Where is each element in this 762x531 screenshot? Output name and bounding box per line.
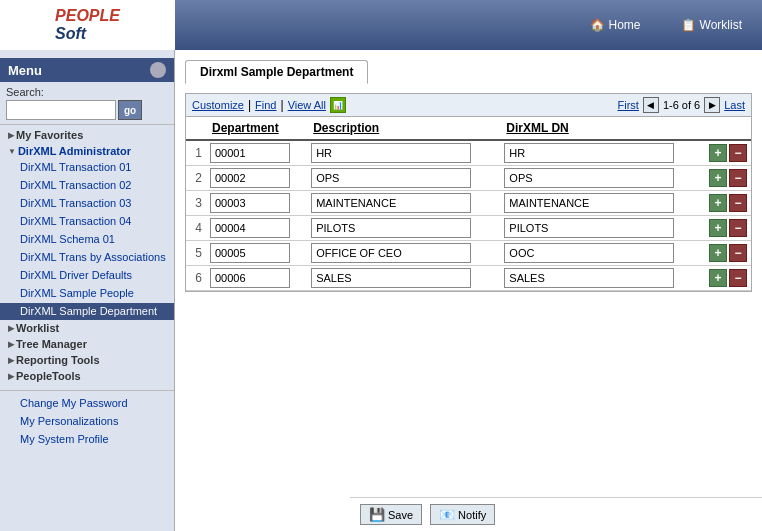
sidebar-item-reporting-tools[interactable]: ▶ Reporting Tools: [0, 352, 174, 368]
search-area: Search: go: [0, 82, 174, 125]
customize-link[interactable]: Customize: [192, 99, 244, 111]
dept-input-6[interactable]: [210, 268, 290, 288]
search-label: Search:: [6, 86, 168, 98]
desc-input-2[interactable]: [311, 168, 471, 188]
dept-cell-1: [206, 140, 307, 166]
data-grid: Customize | Find | View All 📊 First ◀ 1-…: [185, 93, 752, 292]
menu-icon: [150, 62, 166, 78]
worklist-sidebar-label: Worklist: [16, 322, 59, 334]
desc-input-4[interactable]: [311, 218, 471, 238]
dept-input-2[interactable]: [210, 168, 290, 188]
add-row-btn-1[interactable]: +: [709, 144, 727, 162]
home-label: Home: [609, 18, 641, 32]
sidebar-item-driver-defaults[interactable]: DirXML Driver Defaults: [0, 267, 174, 285]
find-link[interactable]: Find: [255, 99, 276, 111]
remove-row-btn-1[interactable]: −: [729, 144, 747, 162]
save-button[interactable]: 💾 Save: [360, 504, 422, 525]
first-link[interactable]: First: [618, 99, 639, 111]
sidebar-item-transaction03[interactable]: DirXML Transaction 03: [0, 195, 174, 213]
dept-cell-3: [206, 191, 307, 216]
menu-title-label: Menu: [8, 63, 42, 78]
sidebar-item-dirxml-admin[interactable]: ▼ DirXML Administrator: [0, 143, 174, 159]
remove-row-btn-3[interactable]: −: [729, 194, 747, 212]
logo-area: PEOPLESoft: [0, 0, 175, 50]
sidebar-item-my-system-profile[interactable]: My System Profile: [0, 431, 174, 449]
dept-cell-2: [206, 166, 307, 191]
search-row: go: [6, 100, 168, 120]
sidebar-item-peopletools[interactable]: ▶ PeopleTools: [0, 368, 174, 384]
desc-input-3[interactable]: [311, 193, 471, 213]
tab-dirxml-sample-department[interactable]: Dirxml Sample Department: [185, 60, 368, 84]
worklist-label: Worklist: [700, 18, 742, 32]
add-row-btn-4[interactable]: +: [709, 219, 727, 237]
sidebar: Menu Search: go ▶ My Favorites ▼ DirXML …: [0, 50, 175, 531]
sidebar-item-change-password[interactable]: Change My Password: [0, 395, 174, 413]
sidebar-item-transaction01[interactable]: DirXML Transaction 01: [0, 159, 174, 177]
search-button[interactable]: go: [118, 100, 142, 120]
desc-input-6[interactable]: [311, 268, 471, 288]
actions-header: [705, 117, 751, 140]
desc-input-5[interactable]: [311, 243, 471, 263]
header: PEOPLESoft 🏠 Home 📋 Worklist: [0, 0, 762, 50]
sidebar-item-transaction02[interactable]: DirXML Transaction 02: [0, 177, 174, 195]
dept-header: Department: [206, 117, 307, 140]
home-nav[interactable]: 🏠 Home: [590, 18, 641, 32]
dept-input-5[interactable]: [210, 243, 290, 263]
sidebar-item-tree-manager[interactable]: ▶ Tree Manager: [0, 336, 174, 352]
row-num-2: 2: [186, 166, 206, 191]
action-cell-6: + −: [705, 266, 751, 291]
action-cell-5: + −: [705, 241, 751, 266]
dn-input-2[interactable]: [504, 168, 674, 188]
sidebar-item-sample-department[interactable]: DirXML Sample Department: [0, 303, 174, 321]
next-btn[interactable]: ▶: [704, 97, 720, 113]
dept-input-4[interactable]: [210, 218, 290, 238]
dept-cell-4: [206, 216, 307, 241]
add-row-btn-2[interactable]: +: [709, 169, 727, 187]
desc-input-1[interactable]: [311, 143, 471, 163]
sidebar-item-my-personalizations[interactable]: My Personalizations: [0, 413, 174, 431]
remove-row-btn-2[interactable]: −: [729, 169, 747, 187]
dept-input-3[interactable]: [210, 193, 290, 213]
desc-cell-3: [307, 191, 500, 216]
remove-row-btn-5[interactable]: −: [729, 244, 747, 262]
sidebar-item-sample-people[interactable]: DirXML Sample People: [0, 285, 174, 303]
remove-row-btn-4[interactable]: −: [729, 219, 747, 237]
sidebar-item-transaction04[interactable]: DirXML Transaction 04: [0, 213, 174, 231]
prev-btn[interactable]: ◀: [643, 97, 659, 113]
footer: 💾 Save 📧 Notify: [350, 497, 762, 531]
spreadsheet-icon[interactable]: 📊: [330, 97, 346, 113]
dn-input-1[interactable]: [504, 143, 674, 163]
sidebar-item-trans-by-assoc[interactable]: DirXML Trans by Associations: [0, 249, 174, 267]
peopletools-label: PeopleTools: [16, 370, 81, 382]
table-row: 2 + −: [186, 166, 751, 191]
table-row: 4 + −: [186, 216, 751, 241]
sidebar-item-schema01[interactable]: DirXML Schema 01: [0, 231, 174, 249]
row-num-6: 6: [186, 266, 206, 291]
dn-cell-1: [500, 140, 705, 166]
sidebar-item-worklist[interactable]: ▶ Worklist: [0, 320, 174, 336]
dn-input-4[interactable]: [504, 218, 674, 238]
add-row-btn-6[interactable]: +: [709, 269, 727, 287]
dirxml-admin-label: DirXML Administrator: [18, 145, 131, 157]
search-button-label: go: [124, 105, 136, 116]
view-all-link[interactable]: View All: [288, 99, 326, 111]
search-input[interactable]: [6, 100, 116, 120]
notify-button[interactable]: 📧 Notify: [430, 504, 495, 525]
dn-input-3[interactable]: [504, 193, 674, 213]
add-row-btn-3[interactable]: +: [709, 194, 727, 212]
dn-cell-4: [500, 216, 705, 241]
sidebar-item-my-favorites[interactable]: ▶ My Favorites: [0, 127, 174, 143]
add-row-btn-5[interactable]: +: [709, 244, 727, 262]
desc-cell-5: [307, 241, 500, 266]
last-link[interactable]: Last: [724, 99, 745, 111]
dept-input-1[interactable]: [210, 143, 290, 163]
worklist-nav[interactable]: 📋 Worklist: [681, 18, 742, 32]
dn-input-6[interactable]: [504, 268, 674, 288]
worklist-icon: 📋: [681, 18, 696, 32]
favorites-label: My Favorites: [16, 129, 83, 141]
desc-cell-1: [307, 140, 500, 166]
dept-cell-6: [206, 266, 307, 291]
remove-row-btn-6[interactable]: −: [729, 269, 747, 287]
dn-cell-2: [500, 166, 705, 191]
dn-input-5[interactable]: [504, 243, 674, 263]
